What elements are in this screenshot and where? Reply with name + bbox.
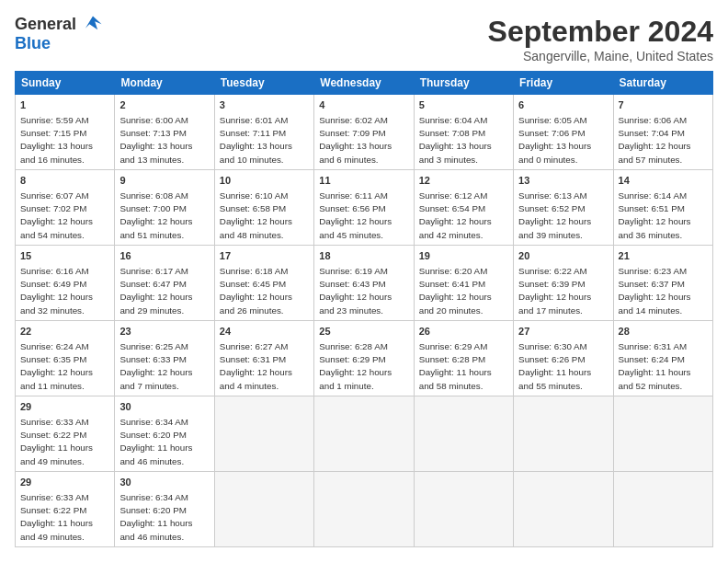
day-info: Sunrise: 6:11 AMSunset: 6:56 PMDaylight:… xyxy=(319,190,392,240)
calendar-cell: 15Sunrise: 6:16 AMSunset: 6:49 PMDayligh… xyxy=(16,246,115,321)
day-info: Sunrise: 6:30 AMSunset: 6:26 PMDaylight:… xyxy=(518,341,591,391)
day-info: Sunrise: 6:13 AMSunset: 6:52 PMDaylight:… xyxy=(518,190,591,240)
calendar-cell: 1Sunrise: 5:59 AMSunset: 7:15 PMDaylight… xyxy=(16,95,115,170)
calendar-cell xyxy=(613,472,712,547)
calendar-cell: 11Sunrise: 6:11 AMSunset: 6:56 PMDayligh… xyxy=(314,170,414,246)
day-info: Sunrise: 6:18 AMSunset: 6:45 PMDaylight:… xyxy=(220,266,292,316)
day-number: 18 xyxy=(319,249,408,263)
day-info: Sunrise: 6:07 AMSunset: 7:02 PMDaylight:… xyxy=(20,190,93,240)
weekday-wednesday: Wednesday xyxy=(314,72,414,95)
day-info: Sunrise: 6:08 AMSunset: 7:00 PMDaylight:… xyxy=(119,190,192,240)
page-subtitle: Sangerville, Maine, United States xyxy=(488,49,713,63)
day-info: Sunrise: 6:12 AMSunset: 6:54 PMDaylight:… xyxy=(419,190,492,240)
page-title: September 2024 xyxy=(488,15,713,49)
week-row: 29Sunrise: 6:33 AMSunset: 6:22 PMDayligh… xyxy=(16,396,713,472)
day-number: 9 xyxy=(119,174,209,188)
day-info: Sunrise: 5:59 AMSunset: 7:15 PMDaylight:… xyxy=(20,115,93,165)
weekday-friday: Friday xyxy=(514,72,613,95)
day-info: Sunrise: 6:14 AMSunset: 6:51 PMDaylight:… xyxy=(619,190,691,240)
day-number: 7 xyxy=(619,98,708,112)
day-number: 3 xyxy=(220,98,309,112)
day-number: 13 xyxy=(518,174,608,188)
day-number: 5 xyxy=(419,98,508,112)
day-info: Sunrise: 6:17 AMSunset: 6:47 PMDaylight:… xyxy=(119,266,192,316)
day-number: 4 xyxy=(319,98,408,112)
day-info: Sunrise: 6:31 AMSunset: 6:24 PMDaylight:… xyxy=(619,341,691,391)
day-info: Sunrise: 6:01 AMSunset: 7:11 PMDaylight:… xyxy=(220,115,292,165)
logo-blue: Blue xyxy=(15,35,103,53)
calendar-cell: 13Sunrise: 6:13 AMSunset: 6:52 PMDayligh… xyxy=(514,170,613,246)
day-info: Sunrise: 6:34 AMSunset: 6:20 PMDaylight:… xyxy=(119,492,192,542)
day-info: Sunrise: 6:20 AMSunset: 6:41 PMDaylight:… xyxy=(419,266,492,316)
day-number: 6 xyxy=(518,98,608,112)
day-number: 10 xyxy=(220,174,309,188)
day-info: Sunrise: 6:33 AMSunset: 6:22 PMDaylight:… xyxy=(20,492,93,542)
day-number: 16 xyxy=(119,249,209,263)
day-number: 25 xyxy=(319,325,408,339)
day-info: Sunrise: 6:19 AMSunset: 6:43 PMDaylight:… xyxy=(319,266,392,316)
day-number: 30 xyxy=(119,476,209,489)
calendar-cell xyxy=(514,472,613,547)
calendar-cell: 27Sunrise: 6:30 AMSunset: 6:26 PMDayligh… xyxy=(514,321,613,396)
day-info: Sunrise: 6:25 AMSunset: 6:33 PMDaylight:… xyxy=(119,341,192,391)
calendar-cell: 28Sunrise: 6:31 AMSunset: 6:24 PMDayligh… xyxy=(613,321,712,396)
calendar-cell: 19Sunrise: 6:20 AMSunset: 6:41 PMDayligh… xyxy=(414,246,513,321)
calendar-cell: 21Sunrise: 6:23 AMSunset: 6:37 PMDayligh… xyxy=(613,246,712,321)
calendar-cell xyxy=(314,472,414,547)
day-info: Sunrise: 6:10 AMSunset: 6:58 PMDaylight:… xyxy=(220,190,292,240)
title-block: September 2024 Sangerville, Maine, Unite… xyxy=(488,15,713,63)
calendar-cell xyxy=(414,396,513,472)
day-number: 21 xyxy=(619,249,708,263)
day-number: 17 xyxy=(220,249,309,263)
calendar-cell: 14Sunrise: 6:14 AMSunset: 6:51 PMDayligh… xyxy=(613,170,712,246)
day-info: Sunrise: 6:04 AMSunset: 7:08 PMDaylight:… xyxy=(419,115,492,165)
day-info: Sunrise: 6:05 AMSunset: 7:06 PMDaylight:… xyxy=(518,115,591,165)
calendar-cell: 25Sunrise: 6:28 AMSunset: 6:29 PMDayligh… xyxy=(314,321,414,396)
logo: General Blue xyxy=(15,15,103,53)
calendar-cell xyxy=(514,396,613,472)
day-number: 24 xyxy=(220,325,309,339)
day-info: Sunrise: 6:06 AMSunset: 7:04 PMDaylight:… xyxy=(619,115,691,165)
calendar: SundayMondayTuesdayWednesdayThursdayFrid… xyxy=(15,71,713,547)
day-number: 19 xyxy=(419,249,508,263)
header: General Blue September 2024 Sangerville,… xyxy=(15,15,713,63)
day-number: 15 xyxy=(20,249,109,263)
calendar-cell: 9Sunrise: 6:08 AMSunset: 7:00 PMDaylight… xyxy=(115,170,214,246)
calendar-cell: 18Sunrise: 6:19 AMSunset: 6:43 PMDayligh… xyxy=(314,246,414,321)
calendar-cell: 6Sunrise: 6:05 AMSunset: 7:06 PMDaylight… xyxy=(514,95,613,170)
day-info: Sunrise: 6:02 AMSunset: 7:09 PMDaylight:… xyxy=(319,115,392,165)
week-row: 29Sunrise: 6:33 AMSunset: 6:22 PMDayligh… xyxy=(16,472,713,547)
day-number: 20 xyxy=(518,249,608,263)
day-number: 28 xyxy=(619,325,708,339)
day-number: 14 xyxy=(619,174,708,188)
calendar-cell: 29Sunrise: 6:33 AMSunset: 6:22 PMDayligh… xyxy=(16,472,115,547)
calendar-cell: 23Sunrise: 6:25 AMSunset: 6:33 PMDayligh… xyxy=(115,321,214,396)
calendar-cell: 26Sunrise: 6:29 AMSunset: 6:28 PMDayligh… xyxy=(414,321,513,396)
calendar-cell: 8Sunrise: 6:07 AMSunset: 7:02 PMDaylight… xyxy=(16,170,115,246)
calendar-cell: 16Sunrise: 6:17 AMSunset: 6:47 PMDayligh… xyxy=(115,246,214,321)
day-number: 29 xyxy=(20,476,109,489)
calendar-cell: 2Sunrise: 6:00 AMSunset: 7:13 PMDaylight… xyxy=(115,95,214,170)
day-number: 29 xyxy=(20,400,109,414)
calendar-cell: 7Sunrise: 6:06 AMSunset: 7:04 PMDaylight… xyxy=(613,95,712,170)
day-number: 12 xyxy=(419,174,508,188)
calendar-cell xyxy=(214,396,313,472)
day-info: Sunrise: 6:22 AMSunset: 6:39 PMDaylight:… xyxy=(518,266,591,316)
day-number: 22 xyxy=(20,325,109,339)
week-row: 1Sunrise: 5:59 AMSunset: 7:15 PMDaylight… xyxy=(16,95,713,170)
calendar-cell: 20Sunrise: 6:22 AMSunset: 6:39 PMDayligh… xyxy=(514,246,613,321)
day-number: 23 xyxy=(119,325,209,339)
calendar-cell: 24Sunrise: 6:27 AMSunset: 6:31 PMDayligh… xyxy=(214,321,313,396)
day-number: 2 xyxy=(119,98,209,112)
calendar-cell: 17Sunrise: 6:18 AMSunset: 6:45 PMDayligh… xyxy=(214,246,313,321)
page: General Blue September 2024 Sangerville,… xyxy=(0,0,728,563)
day-info: Sunrise: 6:34 AMSunset: 6:20 PMDaylight:… xyxy=(119,417,192,466)
day-info: Sunrise: 6:28 AMSunset: 6:29 PMDaylight:… xyxy=(319,341,392,391)
weekday-tuesday: Tuesday xyxy=(214,72,313,95)
day-info: Sunrise: 6:27 AMSunset: 6:31 PMDaylight:… xyxy=(220,341,292,391)
calendar-cell: 5Sunrise: 6:04 AMSunset: 7:08 PMDaylight… xyxy=(414,95,513,170)
weekday-header-row: SundayMondayTuesdayWednesdayThursdayFrid… xyxy=(16,72,713,95)
calendar-cell: 29Sunrise: 6:33 AMSunset: 6:22 PMDayligh… xyxy=(16,396,115,472)
weekday-sunday: Sunday xyxy=(16,72,115,95)
logo-general: General xyxy=(15,15,76,33)
